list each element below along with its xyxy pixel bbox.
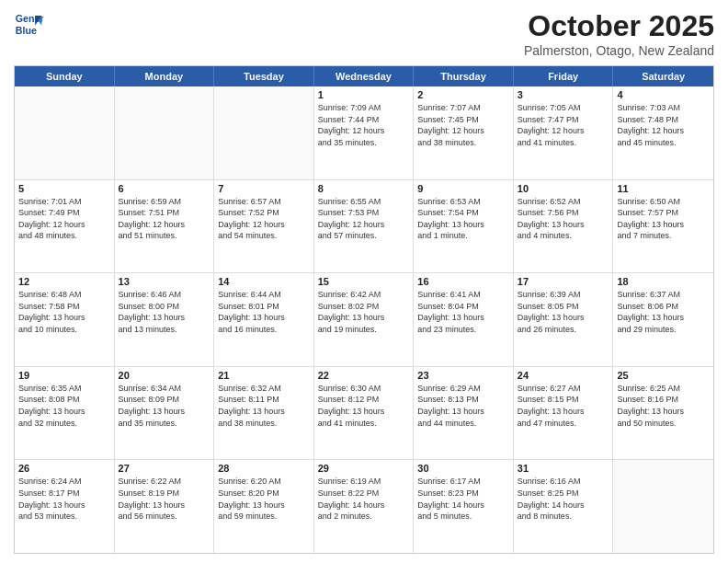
day-content: Sunrise: 6:35 AM Sunset: 8:08 PM Dayligh…: [18, 383, 110, 429]
day-number: 9: [417, 183, 509, 194]
day-content: Sunrise: 7:05 AM Sunset: 7:47 PM Dayligh…: [518, 102, 609, 148]
day-content: Sunrise: 6:39 AM Sunset: 8:05 PM Dayligh…: [518, 289, 609, 335]
day-number: 2: [417, 89, 509, 100]
calendar-week-3: 12Sunrise: 6:48 AM Sunset: 7:58 PM Dayli…: [15, 273, 713, 367]
day-number: 24: [518, 370, 609, 381]
cal-cell-1-3: 8Sunrise: 6:55 AM Sunset: 7:53 PM Daylig…: [314, 180, 415, 273]
day-number: 1: [318, 89, 410, 100]
calendar-week-1: 1Sunrise: 7:09 AM Sunset: 7:44 PM Daylig…: [15, 86, 713, 180]
cal-cell-2-1: 13Sunrise: 6:46 AM Sunset: 8:00 PM Dayli…: [115, 273, 215, 366]
calendar-header: Sunday Monday Tuesday Wednesday Thursday…: [15, 66, 713, 86]
cal-cell-1-6: 11Sunrise: 6:50 AM Sunset: 7:57 PM Dayli…: [613, 180, 713, 273]
day-number: 16: [417, 276, 509, 287]
day-content: Sunrise: 6:50 AM Sunset: 7:57 PM Dayligh…: [617, 196, 710, 242]
day-content: Sunrise: 6:42 AM Sunset: 8:02 PM Dayligh…: [318, 289, 410, 335]
day-header-sunday: Sunday: [15, 66, 115, 86]
cal-cell-0-0: [15, 86, 115, 179]
day-number: 22: [318, 370, 410, 381]
day-number: 4: [617, 89, 710, 100]
day-header-tuesday: Tuesday: [214, 66, 314, 86]
cal-cell-3-2: 21Sunrise: 6:32 AM Sunset: 8:11 PM Dayli…: [214, 367, 314, 460]
cal-cell-3-6: 25Sunrise: 6:25 AM Sunset: 8:16 PM Dayli…: [613, 367, 713, 460]
cal-cell-2-3: 15Sunrise: 6:42 AM Sunset: 8:02 PM Dayli…: [314, 273, 415, 366]
month-title: October 2025: [524, 9, 714, 43]
cal-cell-2-2: 14Sunrise: 6:44 AM Sunset: 8:01 PM Dayli…: [214, 273, 314, 366]
day-number: 15: [318, 276, 410, 287]
cal-cell-4-4: 30Sunrise: 6:17 AM Sunset: 8:23 PM Dayli…: [414, 460, 514, 553]
day-content: Sunrise: 6:32 AM Sunset: 8:11 PM Dayligh…: [218, 383, 310, 429]
day-content: Sunrise: 6:59 AM Sunset: 7:51 PM Dayligh…: [119, 196, 210, 242]
calendar: Sunday Monday Tuesday Wednesday Thursday…: [14, 65, 714, 554]
header: General Blue October 2025 Palmerston, Ot…: [14, 9, 714, 58]
day-number: 7: [218, 183, 310, 194]
day-number: 5: [18, 183, 110, 194]
cal-cell-4-0: 26Sunrise: 6:24 AM Sunset: 8:17 PM Dayli…: [15, 460, 115, 553]
day-header-saturday: Saturday: [613, 66, 713, 86]
day-header-wednesday: Wednesday: [314, 66, 415, 86]
day-content: Sunrise: 6:44 AM Sunset: 8:01 PM Dayligh…: [218, 289, 310, 335]
cal-cell-3-0: 19Sunrise: 6:35 AM Sunset: 8:08 PM Dayli…: [15, 367, 115, 460]
day-content: Sunrise: 6:20 AM Sunset: 8:20 PM Dayligh…: [218, 476, 310, 522]
svg-text:Blue: Blue: [16, 25, 37, 36]
day-number: 31: [518, 463, 609, 474]
cal-cell-0-1: [115, 86, 215, 179]
day-content: Sunrise: 7:09 AM Sunset: 7:44 PM Dayligh…: [318, 102, 410, 148]
cal-cell-2-0: 12Sunrise: 6:48 AM Sunset: 7:58 PM Dayli…: [15, 273, 115, 366]
day-content: Sunrise: 6:55 AM Sunset: 7:53 PM Dayligh…: [318, 196, 410, 242]
location-subtitle: Palmerston, Otago, New Zealand: [524, 43, 714, 58]
day-number: 18: [617, 276, 710, 287]
day-content: Sunrise: 6:41 AM Sunset: 8:04 PM Dayligh…: [417, 289, 509, 335]
cal-cell-4-1: 27Sunrise: 6:22 AM Sunset: 8:19 PM Dayli…: [115, 460, 215, 553]
day-content: Sunrise: 7:01 AM Sunset: 7:49 PM Dayligh…: [18, 196, 110, 242]
logo-icon: General Blue: [14, 9, 43, 39]
day-number: 20: [119, 370, 210, 381]
cal-cell-1-5: 10Sunrise: 6:52 AM Sunset: 7:56 PM Dayli…: [514, 180, 614, 273]
calendar-body: 1Sunrise: 7:09 AM Sunset: 7:44 PM Daylig…: [15, 86, 713, 553]
day-number: 17: [518, 276, 609, 287]
day-content: Sunrise: 6:46 AM Sunset: 8:00 PM Dayligh…: [119, 289, 210, 335]
calendar-week-4: 19Sunrise: 6:35 AM Sunset: 8:08 PM Dayli…: [15, 367, 713, 461]
day-number: 12: [18, 276, 110, 287]
day-content: Sunrise: 6:16 AM Sunset: 8:25 PM Dayligh…: [518, 476, 609, 522]
cal-cell-1-4: 9Sunrise: 6:53 AM Sunset: 7:54 PM Daylig…: [414, 180, 514, 273]
cal-cell-0-4: 2Sunrise: 7:07 AM Sunset: 7:45 PM Daylig…: [414, 86, 514, 179]
day-content: Sunrise: 6:29 AM Sunset: 8:13 PM Dayligh…: [417, 383, 509, 429]
cal-cell-1-2: 7Sunrise: 6:57 AM Sunset: 7:52 PM Daylig…: [214, 180, 314, 273]
day-content: Sunrise: 6:52 AM Sunset: 7:56 PM Dayligh…: [518, 196, 609, 242]
day-content: Sunrise: 7:03 AM Sunset: 7:48 PM Dayligh…: [617, 102, 710, 148]
day-number: 29: [318, 463, 410, 474]
cal-cell-2-5: 17Sunrise: 6:39 AM Sunset: 8:05 PM Dayli…: [514, 273, 614, 366]
day-content: Sunrise: 6:53 AM Sunset: 7:54 PM Dayligh…: [417, 196, 509, 242]
day-number: 11: [617, 183, 710, 194]
day-number: 27: [119, 463, 210, 474]
day-header-thursday: Thursday: [414, 66, 514, 86]
cal-cell-0-2: [214, 86, 314, 179]
day-number: 19: [18, 370, 110, 381]
day-number: 25: [617, 370, 710, 381]
day-content: Sunrise: 6:24 AM Sunset: 8:17 PM Dayligh…: [18, 476, 110, 522]
cal-cell-0-6: 4Sunrise: 7:03 AM Sunset: 7:48 PM Daylig…: [613, 86, 713, 179]
cal-cell-3-5: 24Sunrise: 6:27 AM Sunset: 8:15 PM Dayli…: [514, 367, 614, 460]
cal-cell-1-0: 5Sunrise: 7:01 AM Sunset: 7:49 PM Daylig…: [15, 180, 115, 273]
day-header-monday: Monday: [115, 66, 215, 86]
day-content: Sunrise: 6:48 AM Sunset: 7:58 PM Dayligh…: [18, 289, 110, 335]
day-content: Sunrise: 6:30 AM Sunset: 8:12 PM Dayligh…: [318, 383, 410, 429]
page: General Blue October 2025 Palmerston, Ot…: [0, 0, 728, 563]
logo: General Blue: [14, 9, 43, 39]
day-content: Sunrise: 6:34 AM Sunset: 8:09 PM Dayligh…: [119, 383, 210, 429]
day-number: 14: [218, 276, 310, 287]
day-number: 10: [518, 183, 609, 194]
cal-cell-4-3: 29Sunrise: 6:19 AM Sunset: 8:22 PM Dayli…: [314, 460, 415, 553]
day-number: 30: [417, 463, 509, 474]
cal-cell-0-3: 1Sunrise: 7:09 AM Sunset: 7:44 PM Daylig…: [314, 86, 415, 179]
cal-cell-0-5: 3Sunrise: 7:05 AM Sunset: 7:47 PM Daylig…: [514, 86, 614, 179]
day-number: 8: [318, 183, 410, 194]
day-number: 3: [518, 89, 609, 100]
day-number: 21: [218, 370, 310, 381]
day-number: 28: [218, 463, 310, 474]
day-number: 23: [417, 370, 509, 381]
cal-cell-2-6: 18Sunrise: 6:37 AM Sunset: 8:06 PM Dayli…: [613, 273, 713, 366]
cal-cell-3-4: 23Sunrise: 6:29 AM Sunset: 8:13 PM Dayli…: [414, 367, 514, 460]
day-content: Sunrise: 6:27 AM Sunset: 8:15 PM Dayligh…: [518, 383, 609, 429]
calendar-week-2: 5Sunrise: 7:01 AM Sunset: 7:49 PM Daylig…: [15, 180, 713, 274]
